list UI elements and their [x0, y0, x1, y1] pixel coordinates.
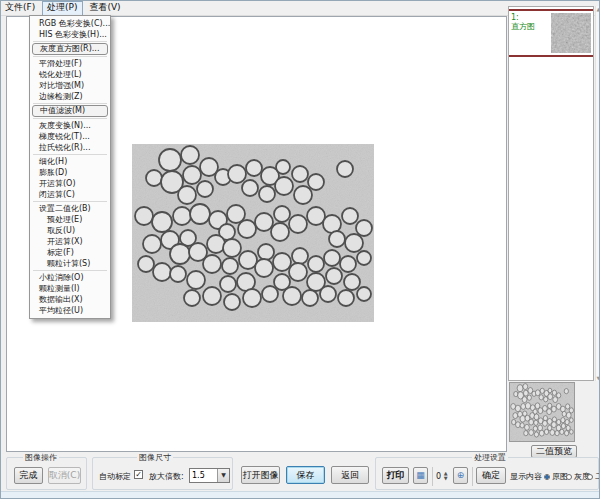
source-thumbnail[interactable]: [509, 382, 575, 442]
scroll-down-icon[interactable]: ▼: [597, 375, 600, 381]
menu-item-invert[interactable]: 取反(U): [30, 225, 110, 236]
app-window: 文件(F) 处理(P) 查看(V) RGB 色彩变换(C)... HIS 色彩变…: [0, 0, 600, 499]
menu-item-remove-small[interactable]: 小粒消除(O): [30, 272, 110, 283]
menu-view[interactable]: 查看(V): [85, 1, 124, 14]
menu-item-calibrate[interactable]: 标定(F): [30, 247, 110, 258]
process-settings-group: 处理设置 打印 ▦ 0 ▲▼ ⊕ 确定 显示内容 原图 灰度 二值: [375, 457, 599, 490]
save-button[interactable]: 保存: [286, 466, 325, 484]
menu-item-measure[interactable]: 颗粒测量(I): [30, 283, 110, 294]
menu-item-dilate[interactable]: 膨胀(D): [30, 167, 110, 178]
operation-group-title: 图像操作: [23, 453, 59, 462]
toolbar-divider: [432, 467, 433, 486]
menu-item-rgb[interactable]: RGB 色彩变换(C)...: [30, 18, 110, 29]
display-mode-label: 显示内容: [510, 471, 542, 482]
menu-item-open2[interactable]: 开运算(X): [30, 236, 110, 247]
zoom-value: 1.5: [192, 471, 205, 480]
menu-process[interactable]: 处理(P): [42, 1, 82, 16]
finish-button[interactable]: 完成: [14, 467, 43, 484]
process-settings-title: 处理设置: [472, 453, 508, 462]
toolbar-divider: [472, 467, 473, 486]
spin-up-down-icon[interactable]: ▲▼: [444, 471, 448, 481]
option-binary[interactable]: 二值: [587, 471, 600, 482]
chevron-down-icon[interactable]: ▼: [217, 469, 229, 482]
result-list-panel: 1: 直方图: [508, 6, 594, 381]
zoom-label: 放大倍数:: [149, 471, 184, 482]
radio-icon: [566, 474, 572, 480]
grid-icon: ▦: [416, 471, 425, 480]
menu-item-particle-calc[interactable]: 颗粒计算(S): [30, 258, 110, 269]
menu-item-binarize[interactable]: 设置二值化(B): [30, 203, 110, 214]
specimen-image: [132, 144, 374, 322]
level-spinner[interactable]: 0 ▲▼: [436, 471, 448, 481]
sidebar-scrollbar[interactable]: ▲ ▼: [595, 6, 600, 381]
menu-item-thin[interactable]: 细化(H): [30, 156, 110, 167]
menu-item-graytrans[interactable]: 灰度变换(N)...: [30, 120, 110, 131]
menu-file[interactable]: 文件(F): [1, 1, 39, 14]
menu-item-open-op[interactable]: 开运算(O): [30, 178, 110, 189]
menu-item-his[interactable]: HIS 色彩变换(H)...: [30, 29, 110, 40]
menu-item-contrast[interactable]: 对比增强(M): [30, 80, 110, 91]
menu-item-close-op[interactable]: 闭运算(C): [30, 189, 110, 200]
operation-group: 图像操作 完成 取消(C): [6, 457, 87, 490]
menu-item-preprocess[interactable]: 预处理(E): [30, 214, 110, 225]
image-size-group: 图像尺寸 自动标定 ✓ 放大倍数: 1.5 ▼: [92, 457, 233, 490]
result-caption: 1: 直方图: [509, 11, 551, 55]
menu-separator: [33, 154, 107, 155]
menu-separator: [33, 41, 107, 42]
menu-item-smooth[interactable]: 平滑处理(F): [30, 58, 110, 69]
zoom-combobox[interactable]: 1.5 ▼: [189, 468, 230, 483]
open-image-button[interactable]: 打开图像: [241, 466, 280, 484]
menu-separator: [33, 103, 107, 104]
menu-separator: [33, 270, 107, 271]
back-button[interactable]: 返回: [331, 466, 369, 484]
spinner-value: 0: [436, 472, 441, 481]
menu-item-export[interactable]: 数据输出(X): [30, 294, 110, 305]
result-label: 直方图: [511, 22, 551, 31]
menu-separator: [33, 118, 107, 119]
menu-separator: [33, 201, 107, 202]
result-index: 1:: [511, 13, 551, 22]
menu-item-gradient[interactable]: 梯度锐化(T)...: [30, 131, 110, 142]
status-strip: [1, 491, 600, 499]
radio-icon: [587, 474, 593, 480]
apply-button[interactable]: 确定: [476, 467, 506, 484]
menu-item-mean-size[interactable]: 平均粒径(U): [30, 305, 110, 316]
result-thumbnail[interactable]: [551, 13, 591, 53]
radio-icon: [544, 474, 550, 480]
process-menu-dropdown: RGB 色彩变换(C)... HIS 色彩变换(H)... 灰度直方图(R)..…: [29, 15, 111, 319]
image-size-group-title: 图像尺寸: [137, 453, 173, 462]
cancel-button: 取消(C): [48, 467, 81, 484]
zoom-icon-button[interactable]: ⊕: [453, 467, 468, 484]
menu-item-sharpen[interactable]: 锐化处理(L): [30, 69, 110, 80]
grid-icon-button[interactable]: ▦: [413, 467, 428, 484]
result-list-item[interactable]: 1: 直方图: [509, 9, 593, 57]
magnifier-icon: ⊕: [457, 471, 465, 480]
print-button[interactable]: 打印: [382, 467, 409, 484]
calibrate-checkbox[interactable]: ✓: [134, 470, 143, 479]
calibrate-label: 自动标定: [99, 471, 131, 482]
menu-separator: [33, 56, 107, 57]
scroll-up-icon[interactable]: ▲: [597, 6, 600, 12]
menu-item-laplace[interactable]: 拉氏锐化(R)...: [30, 142, 110, 153]
option-original[interactable]: 原图: [544, 471, 568, 482]
menu-item-histogram[interactable]: 灰度直方图(R)...: [32, 43, 108, 55]
menu-item-median[interactable]: 中值滤波(M): [32, 105, 108, 117]
menu-item-edge[interactable]: 边缘检测(Z): [30, 91, 110, 102]
